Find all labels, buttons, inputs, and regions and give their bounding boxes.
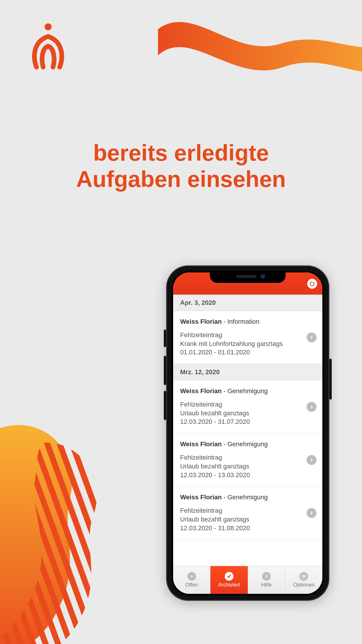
chevron-right-icon[interactable] (307, 332, 317, 342)
info-icon (262, 572, 271, 581)
item-type: Genehmigung (227, 387, 268, 395)
item-line: Urlaub bezahlt ganztags (180, 409, 302, 418)
item-name: Weiss Florian (180, 318, 222, 325)
svg-rect-4 (266, 575, 267, 575)
item-line: Urlaub bezahlt ganztags (180, 462, 302, 471)
svg-point-5 (303, 575, 305, 577)
item-type: Information (227, 318, 259, 325)
item-line: Fehlzeiteintrag (180, 453, 302, 462)
chevron-right-icon[interactable] (307, 508, 317, 518)
item-name: Weiss Florian (180, 494, 222, 501)
date-header: Apr. 3, 2020 (173, 295, 322, 311)
item-name: Weiss Florian (180, 440, 222, 448)
reload-icon (309, 281, 315, 287)
tab-label: Hilfe (261, 582, 272, 588)
tab-open[interactable]: Offen (173, 566, 210, 594)
app-screen: Apr. 3, 2020 Weiss Florian - Information… (173, 272, 322, 594)
tab-options[interactable]: Optionen (285, 566, 322, 594)
list-item[interactable]: Weiss Florian - Information Fehlzeiteint… (173, 311, 322, 364)
heading-line: Aufgaben einsehen (0, 166, 362, 192)
reload-button[interactable] (307, 279, 317, 289)
phone-frame: Apr. 3, 2020 Weiss Florian - Information… (166, 265, 329, 601)
item-line: 12.03.2020 - 13.03.2020 (180, 471, 302, 480)
item-name: Weiss Florian (180, 387, 222, 395)
item-type: Genehmigung (227, 494, 268, 501)
decorative-wave (158, 0, 362, 93)
item-line: 12.03.2020 - 31.07.2020 (180, 417, 302, 426)
svg-rect-3 (266, 576, 267, 578)
list-item[interactable]: Weiss Florian - Genehmigung Fehlzeiteint… (173, 433, 322, 487)
tab-archived[interactable]: Archiviert (210, 566, 248, 594)
svg-point-1 (45, 23, 52, 30)
item-line: Fehlzeiteintrag (180, 506, 302, 515)
gear-icon (299, 572, 308, 581)
chevron-right-icon[interactable] (307, 455, 317, 465)
list-item[interactable]: Weiss Florian - Genehmigung Fehlzeiteint… (173, 487, 322, 540)
item-type: Genehmigung (227, 440, 268, 448)
eye-icon (187, 572, 196, 581)
decorative-blob (0, 405, 181, 644)
date-header: Mrz. 12, 2020 (173, 364, 322, 380)
app-logo-icon (26, 20, 70, 70)
marketing-heading: bereits erledigte Aufgaben einsehen (0, 140, 362, 192)
list-item[interactable]: Weiss Florian - Genehmigung Fehlzeiteint… (173, 380, 322, 433)
tab-bar: Offen Archiviert Hilfe (173, 566, 322, 594)
item-line: 01.01.2020 - 01.01.2020 (180, 348, 302, 357)
item-line: 12.03.2020 - 31.08.2020 (180, 524, 302, 533)
phone-notch (210, 271, 286, 283)
heading-line: bereits erledigte (0, 140, 362, 166)
tab-label: Archiviert (218, 582, 240, 588)
item-line: Urlaub bezahlt ganztags (180, 515, 302, 524)
item-line: Fehlzeiteintrag (180, 400, 302, 409)
item-line: Krank mit Lohnfortzahlung ganztags (180, 340, 302, 348)
svg-point-2 (191, 575, 193, 577)
item-line: Fehlzeiteintrag (180, 331, 302, 340)
check-icon (225, 572, 233, 581)
tab-label: Optionen (293, 582, 314, 588)
tab-help[interactable]: Hilfe (248, 566, 285, 594)
svg-point-6 (302, 574, 306, 578)
chevron-right-icon[interactable] (307, 402, 317, 412)
tab-label: Offen (185, 582, 198, 588)
task-list[interactable]: Apr. 3, 2020 Weiss Florian - Information… (173, 295, 322, 566)
